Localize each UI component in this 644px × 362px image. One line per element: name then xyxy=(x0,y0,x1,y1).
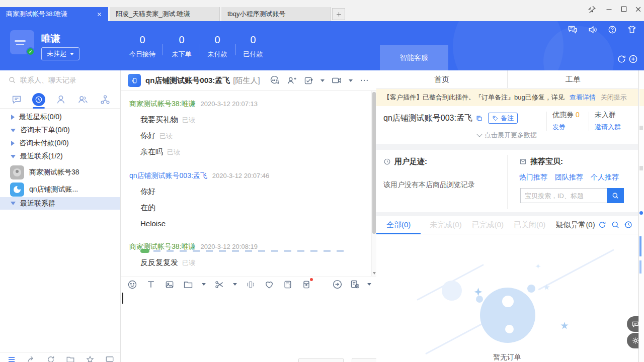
tab-contacts-icon[interactable] xyxy=(54,93,67,106)
expand-more-data[interactable]: 点击展开更多数据 xyxy=(376,130,638,141)
group-label: 最近星标(0/0) xyxy=(19,113,62,122)
refresh-orders-icon[interactable] xyxy=(598,220,607,229)
contact-item-account38[interactable]: 商家测试帐号38 xyxy=(0,164,121,181)
help-icon[interactable] xyxy=(608,25,617,34)
group-recent-starred[interactable]: 最近星标(0/0) xyxy=(0,111,121,124)
message-input[interactable] xyxy=(121,292,371,357)
stat-label: 未付款 xyxy=(197,50,237,59)
messages-icon[interactable] xyxy=(568,25,578,35)
folder-icon[interactable] xyxy=(66,355,75,362)
chevron-down-icon[interactable] xyxy=(202,283,206,286)
stat-value: 0 xyxy=(233,34,273,45)
group-inquiry-unpaid[interactable]: 咨询未付款(0/0) xyxy=(0,137,121,150)
text-format-icon[interactable] xyxy=(146,280,156,290)
scroll-down-icon[interactable] xyxy=(373,272,376,275)
order-tab-suspicious[interactable]: 疑似异常(0) xyxy=(555,220,595,230)
collapse-arrow-icon xyxy=(11,141,15,146)
team-recommend-link[interactable]: 团队推荐 xyxy=(555,173,583,182)
order-history-icon[interactable] xyxy=(624,220,633,229)
theme-skin-icon[interactable] xyxy=(627,25,637,35)
chevron-down-icon[interactable] xyxy=(367,283,371,286)
view-details-link[interactable]: 查看详情 xyxy=(570,93,596,102)
add-person-icon[interactable] xyxy=(286,75,297,86)
minimize-icon[interactable] xyxy=(602,3,616,15)
recommend-section: 推荐宝贝: 热门推荐 团队推荐 个人推荐 xyxy=(519,157,619,182)
window-tab-account-38[interactable]: 商家测试帐号38:唯谦 xyxy=(0,7,108,21)
close-tab-icon[interactable] xyxy=(97,12,102,17)
read-status: 已读 xyxy=(182,259,195,266)
speaker-icon[interactable] xyxy=(588,25,598,35)
screenshot-icon[interactable] xyxy=(214,280,224,290)
order-tab-closed[interactable]: 已关闭(0) xyxy=(514,220,545,230)
section-separator xyxy=(376,212,638,216)
search-icon xyxy=(8,76,16,84)
chat-scrollbar[interactable] xyxy=(371,91,376,276)
tab-conversations-icon[interactable] xyxy=(10,93,23,106)
hot-recommend-link[interactable]: 热门推荐 xyxy=(519,173,547,182)
red-packet-icon[interactable] xyxy=(301,280,311,290)
monitor-icon[interactable] xyxy=(105,355,114,362)
envelope-icon xyxy=(519,158,527,165)
order-tab-all[interactable]: 全部(0) xyxy=(386,220,411,230)
item-search-button[interactable] xyxy=(607,188,624,203)
order-tab-complete[interactable]: 已完成(0) xyxy=(472,220,504,230)
image-icon[interactable] xyxy=(165,280,175,290)
note-button[interactable]: 备注 xyxy=(488,113,518,124)
status-dropdown[interactable]: 未挂起 xyxy=(41,47,79,60)
create-task-icon[interactable] xyxy=(303,75,314,86)
item-search-input[interactable] xyxy=(520,188,607,203)
list-view-icon[interactable] xyxy=(7,355,16,362)
sync-icon[interactable] xyxy=(46,355,55,362)
header-bar: 唯谦 未挂起 0 今日接待 0 未下单 0 未付款 0 已付款 xyxy=(0,21,644,70)
contact-item-qn-shop[interactable]: qn店铺测试账... xyxy=(0,181,121,198)
group-recent-contacts[interactable]: 最近联系(1/2) xyxy=(0,150,121,163)
tab-groups-icon[interactable] xyxy=(76,93,90,106)
expand-arrow-icon xyxy=(11,202,16,205)
plugin-tab-smart-service[interactable]: 智能客服 xyxy=(380,45,448,70)
window-tab-miniprogram[interactable]: tbqy小程序测试账号 xyxy=(221,7,331,21)
item-search xyxy=(520,188,624,203)
copy-icon[interactable] xyxy=(475,115,483,122)
group-inquiry-no-order[interactable]: 咨询未下单(0/0) xyxy=(0,124,121,137)
tab-work-order[interactable]: 工单 xyxy=(507,70,638,88)
quick-reply-icon[interactable] xyxy=(332,279,343,290)
tab-recent-icon[interactable] xyxy=(32,93,45,106)
add-plugin-icon[interactable] xyxy=(628,54,638,64)
video-call-icon[interactable] xyxy=(331,75,342,86)
order-tab-incomplete[interactable]: 未完成(0) xyxy=(430,220,461,230)
close-window-icon[interactable] xyxy=(631,3,644,15)
tab-org-icon[interactable] xyxy=(99,93,112,106)
close-button-clipped[interactable] xyxy=(298,358,344,362)
refresh-icon[interactable] xyxy=(617,54,626,64)
personal-recommend-link[interactable]: 个人推荐 xyxy=(591,173,619,182)
emoji-icon[interactable] xyxy=(127,280,137,290)
schedule-notes-icon[interactable] xyxy=(350,279,360,290)
group-recent-groups[interactable]: 最近联系群 xyxy=(0,197,121,210)
window-shake-icon[interactable] xyxy=(246,280,256,290)
section-separator xyxy=(376,144,638,150)
chevron-down-icon[interactable] xyxy=(320,79,325,82)
chevron-down-icon[interactable] xyxy=(349,79,353,82)
stat-today-reception: 0 今日接待 xyxy=(122,34,163,59)
stat-value: 0 xyxy=(122,34,163,45)
file-icon[interactable] xyxy=(183,280,193,290)
window-tab-tmall-seller[interactable]: 阳凌_天猫卖家_测试:唯谦 xyxy=(110,7,220,21)
more-options-icon[interactable] xyxy=(359,75,369,85)
favorite-icon[interactable] xyxy=(264,280,274,290)
chat-area: qn店铺测试账号003:孟飞[陌生人] xyxy=(121,70,376,362)
new-tab-button[interactable] xyxy=(332,8,345,20)
dismiss-notice-link[interactable]: 关闭提示 xyxy=(601,93,627,102)
share-icon[interactable] xyxy=(27,355,36,362)
pin-icon[interactable] xyxy=(585,3,599,15)
transfer-chat-icon[interactable] xyxy=(269,75,280,86)
calculator-icon[interactable] xyxy=(283,280,293,290)
search-orders-icon[interactable] xyxy=(611,220,620,229)
scrollbar-thumb[interactable] xyxy=(372,92,376,234)
maximize-icon[interactable] xyxy=(617,3,631,15)
message-list[interactable]: 商家测试帐号38:唯谦 2020-3-12 20:07:13 我要买礼物已读 你… xyxy=(121,91,371,276)
tab-home[interactable]: 首页 xyxy=(376,70,507,88)
notice-bar: 【客户插件】已整合到此插件。『订单备注』bug已修复，详见 查看详情 关闭提示 xyxy=(376,89,638,106)
star-icon[interactable] xyxy=(86,355,95,362)
search-input[interactable] xyxy=(19,74,112,86)
chevron-down-icon[interactable] xyxy=(233,283,237,286)
